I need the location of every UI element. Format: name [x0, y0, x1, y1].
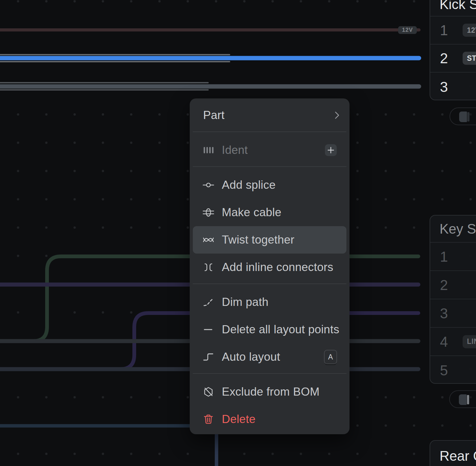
- menu-divider: [193, 166, 346, 167]
- menu-item-label: Twist together: [222, 233, 341, 246]
- menu-item-exclude-from-bom[interactable]: Exclude from BOM: [190, 378, 350, 406]
- menu-item-delete[interactable]: Delete: [190, 406, 350, 433]
- pin-row[interactable]: 1 12V: [430, 17, 476, 45]
- pin-row[interactable]: 1: [430, 243, 476, 271]
- menu-item-auto-layout[interactable]: Auto layout A: [190, 343, 350, 371]
- toggle-notch: [467, 112, 469, 121]
- shortcut-key-a: A: [324, 350, 337, 364]
- pin-row[interactable]: 2 ST: [430, 45, 476, 73]
- pin-badge: LIN: [463, 335, 476, 348]
- twist-icon: [203, 234, 214, 245]
- menu-item-part[interactable]: Part: [190, 102, 350, 129]
- add-ident-button[interactable]: [325, 144, 337, 156]
- pin-number: 1: [439, 248, 449, 265]
- menu-item-label: Auto layout: [222, 350, 324, 364]
- connector-panel-key-switch[interactable]: Key S 1 2 3 4 LIN 5: [430, 215, 476, 384]
- pin-row[interactable]: 4 LIN: [430, 328, 476, 356]
- menu-item-label: Add inline connectors: [222, 261, 341, 274]
- toggle-knob: [459, 394, 467, 405]
- menu-divider: [193, 283, 346, 284]
- menu-item-label: Make cable: [222, 206, 341, 219]
- panel-title: Rear C: [430, 441, 476, 466]
- menu-item-delete-all-layout-points[interactable]: Delete all layout points: [190, 316, 350, 343]
- pin-row[interactable]: 3: [430, 299, 476, 328]
- pin-row[interactable]: 3: [430, 73, 476, 100]
- menu-item-add-inline-connectors[interactable]: Add inline connectors: [190, 254, 350, 281]
- pin-row[interactable]: 5: [430, 356, 476, 384]
- toggle-switch[interactable]: [449, 390, 476, 408]
- menu-item-ident-label: Ident: [222, 144, 325, 157]
- toggle-notch: [467, 395, 469, 404]
- inline-connectors-icon: [203, 262, 214, 273]
- toggle-knob: [459, 112, 467, 122]
- schematic-canvas[interactable]: 12V Part Ident: [0, 0, 476, 466]
- pin-badge: ST: [463, 52, 476, 65]
- pin-number: 4: [439, 333, 449, 350]
- menu-item-label: Dim path: [222, 296, 341, 309]
- pin-number: 3: [439, 78, 449, 95]
- menu-divider: [193, 131, 346, 132]
- ident-bars-icon: [203, 145, 214, 156]
- pin-badge: 12V: [463, 24, 476, 37]
- menu-divider: [193, 373, 346, 374]
- menu-item-label: Exclude from BOM: [222, 385, 341, 398]
- trash-icon: [203, 414, 214, 425]
- menu-item-ident[interactable]: Ident: [190, 136, 350, 164]
- menu-item-add-splice[interactable]: Add splice: [190, 171, 350, 199]
- net-label-12v[interactable]: 12V: [398, 26, 417, 34]
- pin-number: 3: [439, 305, 449, 322]
- pin-number: 5: [439, 362, 449, 379]
- cable-icon: [203, 207, 214, 218]
- chevron-right-icon: [335, 111, 340, 120]
- pin-number: 2: [439, 50, 449, 67]
- plus-icon: [327, 146, 335, 154]
- panel-title: Key S: [430, 216, 476, 243]
- menu-item-label: Delete: [222, 413, 341, 426]
- menu-item-label: Delete all layout points: [222, 323, 341, 336]
- auto-layout-icon: [203, 351, 214, 363]
- menu-item-twist-together[interactable]: Twist together: [193, 226, 346, 254]
- menu-item-dim-path[interactable]: Dim path: [190, 288, 350, 316]
- context-menu: Part Ident: [190, 98, 350, 434]
- toggle-switch[interactable]: [450, 107, 476, 125]
- connector-panel-rear[interactable]: Rear C: [430, 440, 476, 466]
- dim-path-icon: [203, 297, 214, 308]
- minus-icon: [203, 324, 214, 335]
- menu-item-part-label: Part: [203, 109, 335, 122]
- pin-number: 1: [439, 22, 449, 39]
- pin-number: 2: [439, 277, 449, 293]
- pin-row[interactable]: 2: [430, 271, 476, 299]
- splice-icon: [203, 179, 214, 191]
- menu-item-make-cable[interactable]: Make cable: [190, 199, 350, 226]
- panel-title: Kick S: [430, 0, 476, 17]
- connector-panel-kick-switch[interactable]: Kick S 1 12V 2 ST 3: [430, 0, 476, 100]
- exclude-bom-icon: [203, 386, 214, 397]
- menu-item-label: Add splice: [222, 178, 341, 192]
